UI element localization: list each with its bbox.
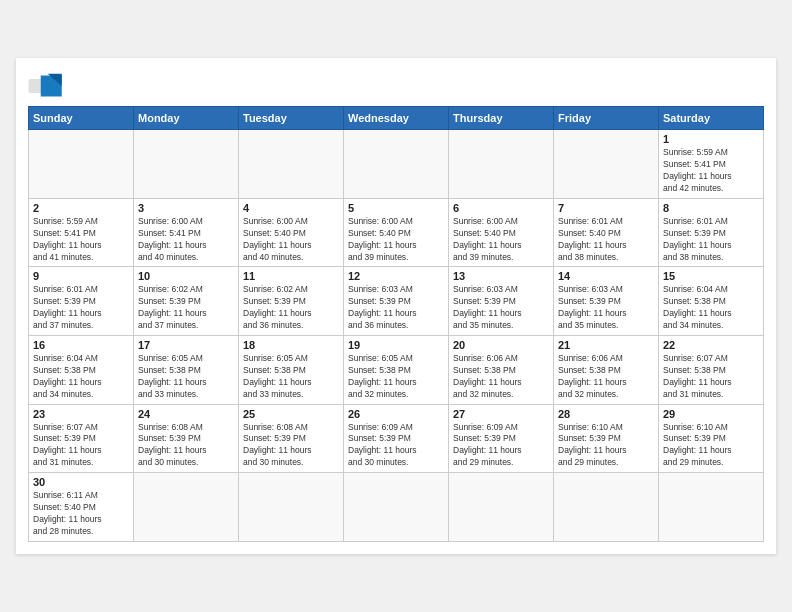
day-info: Sunrise: 6:09 AM Sunset: 5:39 PM Dayligh… xyxy=(453,422,549,470)
day-cell xyxy=(659,473,764,542)
day-number: 1 xyxy=(663,133,759,145)
day-info: Sunrise: 6:10 AM Sunset: 5:39 PM Dayligh… xyxy=(558,422,654,470)
week-row-4: 16Sunrise: 6:04 AM Sunset: 5:38 PM Dayli… xyxy=(29,336,764,405)
day-info: Sunrise: 5:59 AM Sunset: 5:41 PM Dayligh… xyxy=(33,216,129,264)
week-row-5: 23Sunrise: 6:07 AM Sunset: 5:39 PM Dayli… xyxy=(29,404,764,473)
day-cell: 1Sunrise: 5:59 AM Sunset: 5:41 PM Daylig… xyxy=(659,130,764,199)
day-info: Sunrise: 6:05 AM Sunset: 5:38 PM Dayligh… xyxy=(348,353,444,401)
week-row-1: 1Sunrise: 5:59 AM Sunset: 5:41 PM Daylig… xyxy=(29,130,764,199)
day-number: 7 xyxy=(558,202,654,214)
day-info: Sunrise: 6:01 AM Sunset: 5:39 PM Dayligh… xyxy=(663,216,759,264)
day-number: 16 xyxy=(33,339,129,351)
day-cell: 19Sunrise: 6:05 AM Sunset: 5:38 PM Dayli… xyxy=(344,336,449,405)
day-cell: 9Sunrise: 6:01 AM Sunset: 5:39 PM Daylig… xyxy=(29,267,134,336)
day-cell: 2Sunrise: 5:59 AM Sunset: 5:41 PM Daylig… xyxy=(29,198,134,267)
day-info: Sunrise: 6:07 AM Sunset: 5:38 PM Dayligh… xyxy=(663,353,759,401)
week-row-6: 30Sunrise: 6:11 AM Sunset: 5:40 PM Dayli… xyxy=(29,473,764,542)
day-cell: 10Sunrise: 6:02 AM Sunset: 5:39 PM Dayli… xyxy=(134,267,239,336)
day-info: Sunrise: 6:03 AM Sunset: 5:39 PM Dayligh… xyxy=(348,284,444,332)
day-number: 2 xyxy=(33,202,129,214)
day-info: Sunrise: 6:01 AM Sunset: 5:39 PM Dayligh… xyxy=(33,284,129,332)
day-info: Sunrise: 6:08 AM Sunset: 5:39 PM Dayligh… xyxy=(138,422,234,470)
day-number: 23 xyxy=(33,408,129,420)
header xyxy=(28,68,764,100)
weekday-wednesday: Wednesday xyxy=(344,107,449,130)
day-number: 28 xyxy=(558,408,654,420)
day-cell xyxy=(554,130,659,199)
week-row-2: 2Sunrise: 5:59 AM Sunset: 5:41 PM Daylig… xyxy=(29,198,764,267)
day-cell: 18Sunrise: 6:05 AM Sunset: 5:38 PM Dayli… xyxy=(239,336,344,405)
day-cell: 23Sunrise: 6:07 AM Sunset: 5:39 PM Dayli… xyxy=(29,404,134,473)
weekday-tuesday: Tuesday xyxy=(239,107,344,130)
day-cell: 3Sunrise: 6:00 AM Sunset: 5:41 PM Daylig… xyxy=(134,198,239,267)
day-info: Sunrise: 6:07 AM Sunset: 5:39 PM Dayligh… xyxy=(33,422,129,470)
day-cell: 25Sunrise: 6:08 AM Sunset: 5:39 PM Dayli… xyxy=(239,404,344,473)
day-info: Sunrise: 5:59 AM Sunset: 5:41 PM Dayligh… xyxy=(663,147,759,195)
day-info: Sunrise: 6:02 AM Sunset: 5:39 PM Dayligh… xyxy=(138,284,234,332)
day-number: 29 xyxy=(663,408,759,420)
day-cell: 13Sunrise: 6:03 AM Sunset: 5:39 PM Dayli… xyxy=(449,267,554,336)
day-cell: 28Sunrise: 6:10 AM Sunset: 5:39 PM Dayli… xyxy=(554,404,659,473)
day-number: 9 xyxy=(33,270,129,282)
day-cell: 29Sunrise: 6:10 AM Sunset: 5:39 PM Dayli… xyxy=(659,404,764,473)
day-cell xyxy=(239,473,344,542)
day-number: 10 xyxy=(138,270,234,282)
day-cell: 21Sunrise: 6:06 AM Sunset: 5:38 PM Dayli… xyxy=(554,336,659,405)
day-info: Sunrise: 6:11 AM Sunset: 5:40 PM Dayligh… xyxy=(33,490,129,538)
day-cell xyxy=(344,130,449,199)
day-number: 6 xyxy=(453,202,549,214)
weekday-saturday: Saturday xyxy=(659,107,764,130)
day-info: Sunrise: 6:06 AM Sunset: 5:38 PM Dayligh… xyxy=(558,353,654,401)
day-cell: 8Sunrise: 6:01 AM Sunset: 5:39 PM Daylig… xyxy=(659,198,764,267)
day-number: 15 xyxy=(663,270,759,282)
day-cell: 30Sunrise: 6:11 AM Sunset: 5:40 PM Dayli… xyxy=(29,473,134,542)
day-cell: 20Sunrise: 6:06 AM Sunset: 5:38 PM Dayli… xyxy=(449,336,554,405)
day-number: 4 xyxy=(243,202,339,214)
day-info: Sunrise: 6:08 AM Sunset: 5:39 PM Dayligh… xyxy=(243,422,339,470)
logo xyxy=(28,72,70,100)
day-info: Sunrise: 6:01 AM Sunset: 5:40 PM Dayligh… xyxy=(558,216,654,264)
day-number: 22 xyxy=(663,339,759,351)
day-cell: 12Sunrise: 6:03 AM Sunset: 5:39 PM Dayli… xyxy=(344,267,449,336)
day-info: Sunrise: 6:06 AM Sunset: 5:38 PM Dayligh… xyxy=(453,353,549,401)
day-cell xyxy=(134,473,239,542)
day-info: Sunrise: 6:00 AM Sunset: 5:40 PM Dayligh… xyxy=(453,216,549,264)
weekday-friday: Friday xyxy=(554,107,659,130)
day-info: Sunrise: 6:04 AM Sunset: 5:38 PM Dayligh… xyxy=(33,353,129,401)
day-number: 21 xyxy=(558,339,654,351)
weekday-header-row: SundayMondayTuesdayWednesdayThursdayFrid… xyxy=(29,107,764,130)
day-info: Sunrise: 6:00 AM Sunset: 5:40 PM Dayligh… xyxy=(348,216,444,264)
day-number: 8 xyxy=(663,202,759,214)
day-number: 20 xyxy=(453,339,549,351)
day-cell: 15Sunrise: 6:04 AM Sunset: 5:38 PM Dayli… xyxy=(659,267,764,336)
weekday-sunday: Sunday xyxy=(29,107,134,130)
day-cell xyxy=(449,130,554,199)
day-info: Sunrise: 6:09 AM Sunset: 5:39 PM Dayligh… xyxy=(348,422,444,470)
day-info: Sunrise: 6:03 AM Sunset: 5:39 PM Dayligh… xyxy=(453,284,549,332)
weekday-thursday: Thursday xyxy=(449,107,554,130)
day-number: 25 xyxy=(243,408,339,420)
day-number: 11 xyxy=(243,270,339,282)
day-info: Sunrise: 6:10 AM Sunset: 5:39 PM Dayligh… xyxy=(663,422,759,470)
day-number: 18 xyxy=(243,339,339,351)
day-cell xyxy=(554,473,659,542)
day-cell xyxy=(134,130,239,199)
day-number: 13 xyxy=(453,270,549,282)
calendar-table: SundayMondayTuesdayWednesdayThursdayFrid… xyxy=(28,106,764,541)
calendar-container: SundayMondayTuesdayWednesdayThursdayFrid… xyxy=(16,58,776,553)
day-number: 17 xyxy=(138,339,234,351)
day-number: 5 xyxy=(348,202,444,214)
day-cell xyxy=(239,130,344,199)
day-cell: 4Sunrise: 6:00 AM Sunset: 5:40 PM Daylig… xyxy=(239,198,344,267)
day-info: Sunrise: 6:05 AM Sunset: 5:38 PM Dayligh… xyxy=(138,353,234,401)
day-cell: 27Sunrise: 6:09 AM Sunset: 5:39 PM Dayli… xyxy=(449,404,554,473)
day-cell xyxy=(29,130,134,199)
day-cell: 14Sunrise: 6:03 AM Sunset: 5:39 PM Dayli… xyxy=(554,267,659,336)
day-cell: 22Sunrise: 6:07 AM Sunset: 5:38 PM Dayli… xyxy=(659,336,764,405)
weekday-monday: Monday xyxy=(134,107,239,130)
day-cell: 11Sunrise: 6:02 AM Sunset: 5:39 PM Dayli… xyxy=(239,267,344,336)
day-number: 12 xyxy=(348,270,444,282)
day-info: Sunrise: 6:04 AM Sunset: 5:38 PM Dayligh… xyxy=(663,284,759,332)
day-info: Sunrise: 6:03 AM Sunset: 5:39 PM Dayligh… xyxy=(558,284,654,332)
day-cell: 6Sunrise: 6:00 AM Sunset: 5:40 PM Daylig… xyxy=(449,198,554,267)
